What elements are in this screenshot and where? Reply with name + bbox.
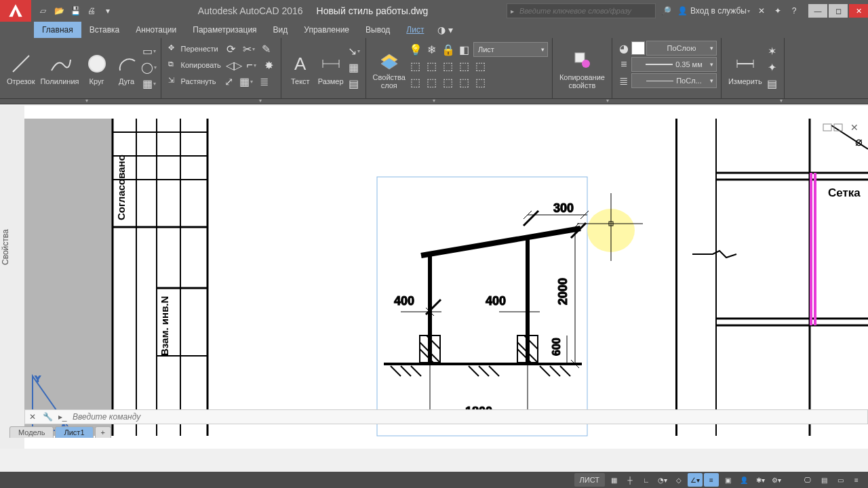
panel-handle[interactable]: ▾: [347, 99, 521, 104]
tab-manage[interactable]: Управление: [296, 22, 357, 38]
tool-circle[interactable]: Круг: [82, 41, 112, 96]
search-input[interactable]: [517, 7, 655, 15]
layer-freeze-icon[interactable]: ❄: [425, 42, 439, 57]
search-box[interactable]: ▸: [507, 3, 656, 18]
layer-selector[interactable]: Лист▾: [473, 42, 548, 57]
plot-icon[interactable]: 🖨: [84, 3, 99, 18]
tool-measure[interactable]: Измерить: [726, 41, 765, 96]
status-iso-icon[interactable]: ▤: [816, 473, 831, 487]
tool-polyline[interactable]: Полилиния: [37, 41, 81, 96]
status-cyc-icon[interactable]: 👤: [736, 473, 751, 487]
tool-mirror[interactable]: ◁▷: [226, 58, 241, 73]
signin-button[interactable]: 👤Вход в службы▾: [675, 6, 753, 16]
qat-dropdown-icon[interactable]: ▾: [100, 3, 115, 18]
panel-handle[interactable]: ▾: [174, 99, 347, 104]
maximize-button[interactable]: ◻: [829, 4, 848, 18]
linetype-selector[interactable]: ПоСл...▾: [631, 73, 717, 88]
tool-rect[interactable]: ▭▾: [142, 43, 157, 58]
tab-view[interactable]: Вид: [265, 22, 296, 38]
tool-arc[interactable]: Дуга: [112, 41, 142, 96]
infocenter-icon[interactable]: 🔎: [658, 3, 673, 18]
status-clean-icon[interactable]: ▭: [833, 473, 848, 487]
panel-handle[interactable]: ▾: [0, 99, 174, 104]
layer-lock-icon[interactable]: 🔒: [441, 42, 456, 57]
exchange-icon[interactable]: ✕: [754, 3, 769, 18]
layer-tool-5[interactable]: ⬚: [473, 58, 488, 73]
lineweight-icon[interactable]: ≡: [616, 57, 631, 72]
new-icon[interactable]: ▱: [35, 3, 50, 18]
tool-line[interactable]: Отрезок: [4, 41, 37, 96]
panel-handle[interactable]: ▾: [694, 99, 868, 104]
layer-tool-8[interactable]: ⬚: [441, 75, 456, 89]
command-input[interactable]: [70, 412, 867, 422]
status-ann-icon[interactable]: ✱▾: [753, 473, 768, 487]
app-logo[interactable]: [0, 0, 31, 22]
tool-leader[interactable]: ↘▾: [347, 43, 361, 58]
help-icon[interactable]: ?: [787, 3, 802, 18]
tool-table[interactable]: ▦: [347, 60, 361, 75]
tool-scale[interactable]: ⤢: [221, 74, 236, 89]
drawing-canvas[interactable]: Согласовано Взам. инв.N: [24, 106, 868, 449]
tool-mtext[interactable]: ▤: [347, 76, 361, 91]
color-wheel-icon[interactable]: ◕: [616, 41, 631, 56]
properties-palette-tab[interactable]: Свойства: [1, 229, 10, 265]
tool-text[interactable]: A Текст: [285, 41, 315, 96]
open-icon[interactable]: 📂: [52, 3, 66, 18]
tab-layout[interactable]: Лист: [398, 22, 432, 38]
status-polar-icon[interactable]: ◔▾: [655, 473, 670, 487]
status-lw-icon[interactable]: ≡: [704, 473, 719, 487]
color-selector[interactable]: ПоСлою▾: [646, 41, 717, 56]
tool-point[interactable]: ✶: [765, 43, 780, 58]
tool-dimension[interactable]: Размер: [315, 41, 347, 96]
tool-hatch[interactable]: ▦▾: [142, 76, 157, 91]
linetype-icon[interactable]: ≣: [616, 73, 631, 88]
tab-output[interactable]: Вывод: [357, 22, 398, 38]
layer-tool-3[interactable]: ⬚: [441, 58, 456, 73]
command-line[interactable]: ✕ 🔧 ▸_: [24, 409, 868, 424]
cmdline-close-icon[interactable]: ✕: [25, 412, 40, 422]
panel-handle[interactable]: ▾: [521, 99, 694, 104]
tool-select[interactable]: ✦: [765, 60, 780, 75]
tab-add[interactable]: +: [95, 426, 111, 438]
tool-rotate[interactable]: ⟳: [224, 41, 239, 56]
layer-tool-2[interactable]: ⬚: [425, 58, 439, 73]
layer-tool-1[interactable]: ⬚: [408, 58, 423, 73]
layer-color-icon[interactable]: ◧: [457, 42, 472, 57]
layer-tool-4[interactable]: ⬚: [457, 58, 472, 73]
app-store-icon[interactable]: ✦: [770, 3, 785, 18]
tool-array[interactable]: ▦▾: [239, 74, 254, 89]
status-osnap-icon[interactable]: ◇: [671, 473, 686, 487]
tab-extras[interactable]: ◑ ▾: [437, 22, 453, 38]
layer-tool-7[interactable]: ⬚: [425, 75, 439, 89]
tool-offset[interactable]: ≣: [256, 74, 271, 89]
status-grid-icon[interactable]: ▦: [606, 473, 621, 487]
tab-sheet1[interactable]: Лист1: [55, 426, 93, 438]
close-button[interactable]: ✕: [849, 4, 868, 18]
tool-move[interactable]: ✥Перенести: [165, 41, 221, 56]
tool-erase[interactable]: ✎: [259, 41, 274, 56]
tab-home[interactable]: Главная: [34, 22, 81, 38]
layer-tool-10[interactable]: ⬚: [473, 75, 488, 89]
lineweight-selector[interactable]: 0.35 мм▾: [631, 57, 717, 72]
save-icon[interactable]: 💾: [68, 3, 83, 18]
layer-tool-6[interactable]: ⬚: [408, 75, 423, 89]
tab-insert[interactable]: Вставка: [81, 22, 128, 38]
tool-ellipse[interactable]: ◯▾: [142, 60, 157, 75]
tool-paste[interactable]: ▤: [765, 76, 780, 91]
status-snap-icon[interactable]: ┼: [623, 473, 637, 487]
layer-tool-9[interactable]: ⬚: [457, 75, 472, 89]
minimize-button[interactable]: —: [808, 4, 827, 18]
tool-explode[interactable]: ✸: [262, 58, 277, 73]
status-trans-icon[interactable]: ▣: [720, 473, 735, 487]
tab-annotate[interactable]: Аннотации: [127, 22, 184, 38]
status-gear-icon[interactable]: ⚙▾: [769, 473, 784, 487]
tool-fillet[interactable]: ⌐▾: [244, 58, 259, 73]
status-hw-icon[interactable]: 🖵: [800, 473, 815, 487]
tool-stretch[interactable]: ⇲Растянуть: [165, 74, 219, 89]
status-ortho-icon[interactable]: ∟: [639, 473, 654, 487]
tool-trim[interactable]: ✂▾: [241, 41, 256, 56]
status-otrack-icon[interactable]: ∠▾: [688, 473, 703, 487]
tool-layer-properties[interactable]: Свойства слоя: [370, 41, 408, 96]
tab-parametric[interactable]: Параметризация: [184, 22, 264, 38]
status-space[interactable]: ЛИСТ: [574, 473, 605, 487]
